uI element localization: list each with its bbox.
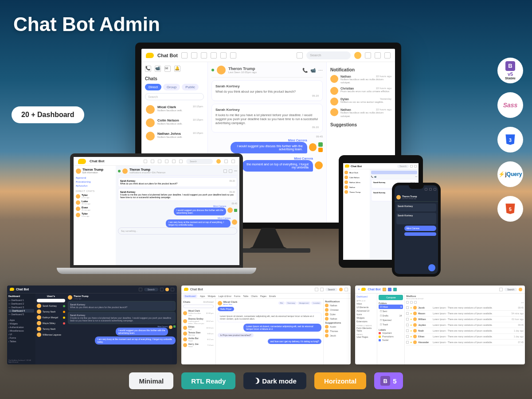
icon[interactable] [393, 288, 397, 291]
nav-icon[interactable] [144, 160, 147, 163]
star-icon[interactable]: ★ [410, 312, 412, 315]
tag[interactable]: #photofun [76, 184, 113, 187]
nav-item[interactable]: Dashboard [356, 295, 376, 298]
contact[interactable]: Luke20 min ago [76, 200, 113, 205]
call-icon[interactable]: 📞 [302, 68, 308, 73]
chat-item[interactable]: Tereza StanMorning9:00 am [183, 331, 214, 336]
chat-list-item[interactable]: Nathan JohnsNullam faucibus velit.10:15p… [145, 129, 204, 143]
search[interactable] [37, 299, 65, 302]
folder-item[interactable]: ☐ Drafts14 [379, 313, 403, 318]
folder-item[interactable]: ☑ Inbox6 [379, 305, 403, 309]
notification-item[interactable]: Nathan22 hours agoNullam faucibus velit … [330, 75, 391, 84]
topnav-item[interactable]: Charts [251, 295, 258, 297]
chat-item[interactable]: EthanHey!10:16 am [183, 325, 214, 330]
archived[interactable]: Archived [203, 301, 213, 303]
mail-row[interactable]: ★JacobLorem Ipsum - There are many varia… [406, 305, 524, 311]
search-input[interactable]: Search [306, 51, 351, 59]
topnav-item[interactable]: Forms [234, 295, 240, 297]
contact[interactable]: Tyler5 min ago [76, 194, 113, 199]
nav-item[interactable]: User Pages [356, 336, 376, 338]
notif-item[interactable]: Dylan [325, 313, 349, 316]
sugg-item[interactable]: Thomas [325, 329, 349, 333]
mail-row[interactable]: ★JaydenLorem Ipsum - There are many vari… [406, 322, 524, 328]
icon[interactable] [344, 288, 348, 291]
icon[interactable] [434, 188, 436, 191]
more-icon[interactable]: ⋯ [234, 169, 237, 173]
star-icon[interactable]: ★ [410, 306, 412, 309]
user-item[interactable]: Mayra Sibley [37, 321, 65, 325]
chat-item[interactable]: Mical ClarkNullam faucibus velit.02:00 p… [183, 309, 214, 317]
search[interactable]: Search [397, 164, 409, 168]
icon[interactable] [383, 288, 386, 291]
topnav-item[interactable]: Pages [260, 295, 266, 297]
video-icon[interactable] [229, 169, 232, 173]
nav-icon[interactable] [151, 160, 154, 163]
mail-icon[interactable] [191, 52, 197, 59]
contact[interactable]: Theron Trump [344, 190, 368, 194]
call-icon[interactable] [223, 169, 227, 173]
nav-item[interactable]: › Tables [8, 340, 34, 343]
nav-item[interactable]: Extensions [356, 320, 376, 323]
mail-row[interactable]: ★WilliamLorem Ipsum - There are many var… [406, 317, 524, 322]
user-avatar[interactable] [76, 168, 81, 174]
checkbox[interactable] [406, 324, 409, 326]
contact[interactable]: Colin Nelson [344, 176, 368, 179]
icon[interactable] [414, 165, 417, 168]
checkbox[interactable] [406, 312, 409, 315]
more-icon[interactable]: ⋯ [318, 68, 323, 73]
tab-direct[interactable]: Direct [145, 84, 161, 90]
phone-icon[interactable]: 📞 [145, 66, 151, 72]
nav-icon[interactable] [165, 160, 168, 163]
tag[interactable]: #vacationing [76, 180, 113, 183]
chat-item[interactable]: Harry JoeGood7:14 am [183, 343, 214, 348]
topnav-item[interactable]: Login & Error [219, 295, 231, 297]
video-call-icon[interactable]: 📹 [310, 68, 316, 73]
topnav-item[interactable]: Widgets [208, 295, 216, 297]
nav-item[interactable]: › Authentication [8, 325, 34, 329]
notif-item[interactable]: Nathan [325, 304, 349, 307]
nav-item[interactable]: Inbox [356, 302, 376, 305]
nav-item[interactable]: — Dashboard 1 [8, 298, 34, 302]
compose-button[interactable]: Compose [379, 295, 403, 300]
chip[interactable]: Location [311, 301, 321, 305]
tag[interactable]: #general [76, 176, 113, 179]
star-icon[interactable]: ★ [410, 341, 412, 344]
checkbox[interactable] [406, 335, 409, 338]
user-item[interactable]: Kathryn Mengel [37, 315, 65, 320]
label-item[interactable]: Promotions [379, 335, 403, 338]
topnav-item[interactable]: Apps [200, 295, 205, 297]
mail-row[interactable]: ★MasonLorem Ipsum - There are many varia… [406, 311, 524, 317]
user-item[interactable]: Williemae Lagasse [37, 332, 65, 337]
trash-icon[interactable] [414, 301, 417, 304]
user-item[interactable]: Tommy Nash [37, 327, 65, 331]
app-icon[interactable] [201, 52, 207, 59]
attach-icon[interactable] [173, 325, 176, 328]
user-sub[interactable]: Edit information [82, 171, 103, 174]
chip[interactable]: Summary [286, 301, 297, 305]
nav-item[interactable]: — Dashboard 2 [8, 302, 34, 305]
contact[interactable]: Nathan [344, 185, 368, 189]
label-item[interactable]: Important [379, 331, 403, 335]
nav-item[interactable]: — Dashboard 3 [8, 305, 34, 309]
nav-item[interactable]: › Miscellaneous [8, 329, 34, 332]
star-icon[interactable]: ★ [410, 335, 412, 338]
nav-icon[interactable] [158, 160, 161, 163]
settings-icon[interactable] [375, 52, 381, 59]
nav-icon[interactable] [172, 160, 176, 163]
avatar[interactable] [165, 288, 169, 291]
icon[interactable] [388, 288, 391, 291]
avatar[interactable] [354, 52, 361, 59]
folder-item[interactable]: ☐ Sent [379, 309, 403, 313]
attachment-icon[interactable] [318, 142, 323, 147]
contact[interactable]: Evan45 min ago [76, 206, 113, 211]
checkbox[interactable] [406, 329, 409, 332]
checkbox[interactable] [406, 306, 409, 309]
calendar-icon[interactable] [220, 52, 227, 59]
chat-search[interactable]: Search [145, 93, 204, 100]
menu-icon[interactable] [181, 52, 188, 59]
search[interactable]: Search [144, 288, 158, 291]
star-icon[interactable]: ★ [410, 324, 412, 326]
nav-item[interactable]: — Dashboard 5 [8, 313, 34, 316]
attachment-icon[interactable] [318, 148, 323, 152]
gear-icon[interactable] [231, 160, 235, 163]
